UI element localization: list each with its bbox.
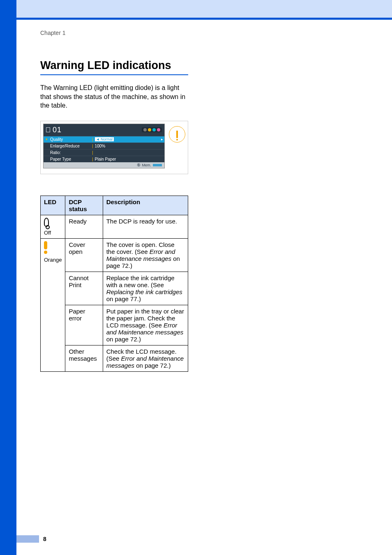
ink-level-indicator <box>142 127 162 132</box>
memory-bar-icon <box>153 164 162 166</box>
status-ready: Ready <box>65 215 103 238</box>
desc-cannot-print: Replace the ink cartridge with a new one… <box>103 272 188 305</box>
page-number: 8 <box>16 535 46 543</box>
page-number-text: 8 <box>39 536 46 542</box>
lcd-quality-label: Quality <box>49 137 90 142</box>
lcd-row-ratio: Ratio: | <box>44 149 164 156</box>
table-row: Orange Cover open The cover is open. Clo… <box>41 238 188 272</box>
led-off-label: Off <box>44 230 51 236</box>
section-title: Warning LED indications <box>40 59 369 72</box>
led-indications-table: LED DCP status Description Off Ready The… <box>40 196 188 372</box>
lcd-paper-value: Plain Paper <box>95 157 164 161</box>
lcd-enlarge-value: 100% <box>95 144 164 148</box>
lcd-copy-count: 01 <box>46 126 62 134</box>
led-orange-icon <box>44 241 47 254</box>
lcd-screen: 01 ▾ Quality | ◄ Normal ▸ <box>43 124 165 168</box>
lcd-quality-value: Normal <box>101 137 113 141</box>
ink-dot-black <box>143 128 147 131</box>
desc-ready: The DCP is ready for use. <box>103 215 188 238</box>
lcd-row-enlarge: Enlarge/Reduce | 100% <box>44 143 164 149</box>
th-description: Description <box>103 196 188 215</box>
page-header-rule <box>16 18 392 20</box>
page-spine <box>0 0 16 555</box>
lcd-panel-figure: 01 ▾ Quality | ◄ Normal ▸ <box>40 121 188 174</box>
lcd-ratio-label: Ratio: <box>49 150 90 155</box>
led-orange-cell: Orange <box>41 238 65 371</box>
chapter-label: Chapter 1 <box>40 30 369 36</box>
lcd-paper-label: Paper Type <box>49 157 90 161</box>
th-status: DCP status <box>65 196 103 215</box>
desc-other-messages: Check the LCD message. (See Error and Ma… <box>103 345 188 371</box>
exclamation-icon <box>176 131 178 138</box>
lcd-row-quality: ▾ Quality | ◄ Normal ▸ <box>44 136 164 143</box>
arrow-down-icon: ▾ <box>44 137 49 141</box>
page-number-tab <box>16 535 39 543</box>
section-rule <box>40 74 188 75</box>
status-cannot-print: Cannot Print <box>65 272 103 305</box>
wifi-icon: ⦿ <box>137 163 141 167</box>
status-paper-error: Paper error <box>65 305 103 345</box>
led-off-cell: Off <box>41 215 65 238</box>
status-other-messages: Other messages <box>65 345 103 371</box>
page-header-bar <box>16 0 392 18</box>
lcd-copy-number: 01 <box>53 126 62 134</box>
lcd-quality-arrow: ◄ <box>96 137 100 141</box>
ink-dot-yellow <box>148 128 151 131</box>
warning-led-callout <box>169 126 185 143</box>
chevron-right-icon: ▸ <box>159 137 164 141</box>
intro-paragraph: The Warning LED (light emitting diode) i… <box>40 83 188 110</box>
lcd-enlarge-label: Enlarge/Reduce <box>49 144 90 148</box>
desc-cover-open: The cover is open. Close the cover. (See… <box>103 238 188 272</box>
table-row: Off Ready The DCP is ready for use. <box>41 215 188 238</box>
lcd-status-bar: ⦿ Mem. <box>44 162 164 168</box>
lcd-mem-label: Mem. <box>142 163 152 167</box>
status-cover-open: Cover open <box>65 238 103 272</box>
led-orange-label: Orange <box>44 257 62 263</box>
document-icon <box>46 127 50 132</box>
lcd-row-paper: Paper Type | Plain Paper <box>44 156 164 162</box>
th-led: LED <box>41 196 65 215</box>
ink-dot-cyan <box>152 128 156 131</box>
led-off-icon <box>44 218 49 227</box>
ink-dot-magenta <box>157 128 160 131</box>
desc-paper-error: Put paper in the tray or clear the paper… <box>103 305 188 345</box>
